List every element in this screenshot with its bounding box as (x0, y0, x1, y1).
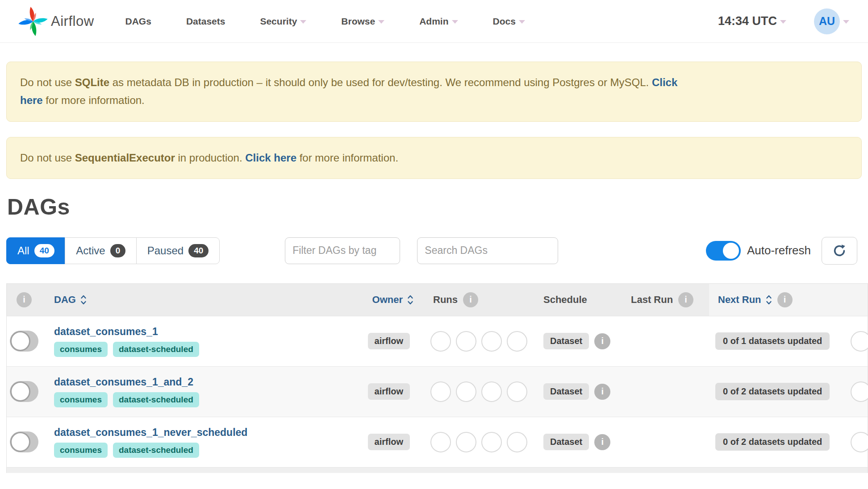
filter-tab-active[interactable]: Active0 (65, 237, 137, 264)
run-status-circle[interactable] (851, 432, 868, 452)
next-run-badge[interactable]: 0 of 1 datasets updated (715, 332, 830, 350)
nav-item-docs[interactable]: Docs (493, 16, 525, 27)
navbar-right: 14:34 UTC AU (718, 8, 849, 34)
dag-cell: dataset_consumes_1_never_scheduledconsum… (42, 427, 354, 458)
next-run-badge[interactable]: 0 of 2 datasets updated (715, 433, 830, 451)
refresh-icon (832, 244, 847, 258)
run-status-circle[interactable] (456, 381, 476, 402)
nav-item-security[interactable]: Security (260, 16, 306, 27)
dag-row: dataset_consumes_1_never_scheduledconsum… (7, 417, 868, 467)
info-icon[interactable]: i (594, 384, 610, 400)
alert-text-segment: Do not use (20, 152, 75, 164)
owner-cell: airflow (354, 383, 423, 400)
schedule-cell: Dataseti (537, 434, 626, 450)
dag-tag[interactable]: consumes (54, 342, 108, 357)
run-status-circle[interactable] (430, 432, 451, 452)
owner-badge[interactable]: airflow (368, 434, 410, 450)
overflow-cell (845, 432, 868, 452)
info-icon[interactable]: i (678, 292, 693, 307)
run-status-circle[interactable] (430, 331, 451, 352)
airflow-pinwheel-icon (18, 6, 48, 37)
clock-dropdown[interactable]: 14:34 UTC (718, 14, 786, 28)
info-icon[interactable]: i (17, 292, 32, 307)
run-status-circle[interactable] (507, 331, 527, 352)
next-run-cell: 0 of 1 datasets updated (709, 332, 845, 350)
run-status-circle[interactable] (507, 381, 527, 402)
search-input[interactable] (417, 237, 558, 264)
column-label: Owner (372, 294, 403, 306)
dag-cell: dataset_consumes_1consumesdataset-schedu… (42, 326, 354, 357)
dag-info: dataset_consumes_1_and_2consumesdataset-… (54, 376, 199, 407)
refresh-button[interactable] (822, 237, 857, 265)
nav-item-label: Browse (341, 16, 375, 27)
nav-menu: DAGsDatasetsSecurityBrowseAdminDocs (125, 16, 525, 27)
nav-item-admin[interactable]: Admin (419, 16, 458, 27)
column-label: Last Run (631, 294, 673, 306)
dag-info: dataset_consumes_1consumesdataset-schedu… (54, 326, 199, 357)
alert-emphasis: SQLite (75, 76, 109, 88)
brand-name: Airflow (51, 13, 94, 29)
dag-tag[interactable]: consumes (54, 443, 108, 458)
table-header-row: i DAG Owner Runs i Sched (7, 284, 868, 316)
tag-filter-input[interactable] (285, 237, 400, 264)
run-status-circle[interactable] (851, 381, 868, 402)
run-status-circle[interactable] (430, 381, 451, 402)
schedule-badge[interactable]: Dataset (543, 383, 589, 400)
dag-link[interactable]: dataset_consumes_1_never_scheduled (54, 427, 247, 439)
alert-message: Do not use SQLite as metadata DB in prod… (20, 74, 692, 110)
info-icon[interactable]: i (463, 292, 478, 307)
chevron-down-icon (452, 20, 458, 24)
dag-tag[interactable]: dataset-scheduled (113, 342, 199, 357)
run-status-circle[interactable] (851, 331, 868, 352)
filter-tab-paused[interactable]: Paused40 (136, 237, 220, 264)
column-header-dag[interactable]: DAG (42, 284, 354, 316)
auto-refresh-toggle[interactable] (706, 241, 741, 261)
owner-badge[interactable]: airflow (368, 333, 410, 349)
nav-item-dags[interactable]: DAGs (125, 16, 151, 27)
owner-badge[interactable]: airflow (368, 383, 410, 400)
next-run-badge[interactable]: 0 of 2 datasets updated (715, 383, 830, 400)
run-status-circle[interactable] (456, 331, 476, 352)
run-status-circle[interactable] (456, 432, 476, 452)
runs-cell (423, 381, 537, 402)
dag-tags: consumesdataset-scheduled (54, 342, 199, 357)
run-status-circle[interactable] (481, 432, 502, 452)
toggle-knob (10, 381, 30, 402)
tab-count-badge: 40 (34, 244, 54, 257)
dag-link[interactable]: dataset_consumes_1_and_2 (54, 376, 199, 388)
nav-item-browse[interactable]: Browse (341, 16, 384, 27)
pause-toggle[interactable] (10, 331, 38, 352)
toggle-knob (10, 331, 30, 351)
run-status-circle[interactable] (481, 331, 502, 352)
info-icon[interactable]: i (777, 292, 793, 307)
nav-item-label: DAGs (125, 16, 151, 27)
alert-text-segment: Do not use (20, 76, 75, 88)
run-status-circle[interactable] (481, 381, 502, 402)
brand-logo[interactable]: Airflow (18, 6, 94, 37)
run-status-circle[interactable] (507, 432, 527, 452)
owner-cell: airflow (354, 434, 423, 450)
alert-text-segment: for more information. (43, 94, 145, 106)
nav-item-label: Docs (493, 16, 516, 27)
pause-toggle[interactable] (10, 381, 38, 402)
dag-tag[interactable]: consumes (54, 392, 108, 407)
nav-item-datasets[interactable]: Datasets (186, 16, 225, 27)
alert-link[interactable]: Click here (245, 152, 296, 164)
dag-tag[interactable]: dataset-scheduled (113, 392, 199, 407)
schedule-badge[interactable]: Dataset (543, 333, 589, 349)
info-icon[interactable]: i (594, 333, 610, 349)
column-header-next-run[interactable]: Next Run i (709, 284, 845, 316)
alerts-container: Do not use SQLite as metadata DB in prod… (0, 62, 868, 179)
info-icon[interactable]: i (594, 434, 610, 450)
alert-text-segment: as metadata DB in production – it should… (109, 76, 652, 88)
dag-link[interactable]: dataset_consumes_1 (54, 326, 199, 338)
schedule-badge[interactable]: Dataset (543, 434, 589, 450)
pause-toggle[interactable] (10, 431, 38, 452)
column-header-spacer (845, 284, 868, 316)
user-menu[interactable]: AU (814, 8, 849, 34)
sort-icon (407, 294, 413, 305)
column-header-owner[interactable]: Owner (354, 284, 423, 316)
filter-tab-all[interactable]: All40 (6, 237, 66, 264)
dag-tag[interactable]: dataset-scheduled (113, 443, 199, 458)
owner-cell: airflow (354, 333, 423, 349)
